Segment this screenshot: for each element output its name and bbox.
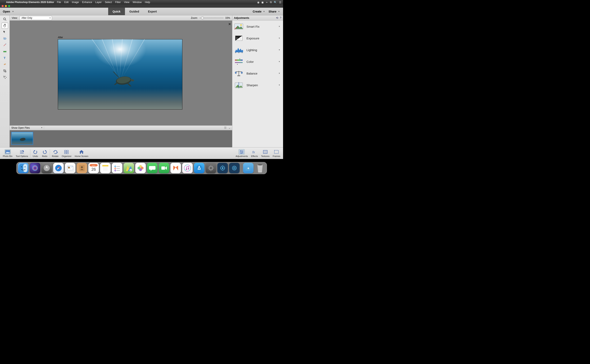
spot-healing-tool[interactable] (2, 61, 8, 67)
close-document-button[interactable]: ✕ (228, 22, 231, 26)
photobin-select[interactable]: Show Open Files (11, 126, 44, 129)
menu-file[interactable]: File (57, 1, 61, 4)
whiten-teeth-tool[interactable] (2, 42, 8, 48)
svg-rect-58 (263, 150, 267, 154)
bottombar-effects[interactable]: fx Effects (250, 148, 259, 159)
adjustment-balance[interactable]: Balance ▼ (232, 67, 283, 79)
maximize-button[interactable] (8, 5, 10, 7)
bottombar-tool-options[interactable]: Tool Options (14, 148, 30, 159)
svg-text:+: + (3, 37, 4, 38)
chevron-down-icon: ▼ (12, 11, 14, 13)
hand-tool[interactable] (2, 23, 8, 29)
dock-preferences-icon[interactable] (206, 163, 216, 173)
macos-dock: OCT26 ⬈ (0, 159, 283, 175)
dock-pse-organizer-icon[interactable] (217, 163, 228, 173)
quick-select-tool[interactable] (2, 29, 8, 35)
dock-pse-editor-icon[interactable] (229, 163, 240, 173)
svg-point-84 (115, 166, 116, 167)
eye-tool[interactable]: + (2, 36, 8, 42)
notification-icon[interactable]: ◼ (261, 1, 264, 4)
adjustment-exposure[interactable]: +− Exposure ▼ (232, 32, 283, 44)
menu-layer[interactable]: Layer (95, 1, 101, 4)
reset-icon[interactable]: ⟲ (276, 16, 278, 20)
bottombar-rotate[interactable]: Rotate (50, 148, 60, 159)
control-center-icon[interactable]: ☰ (279, 1, 281, 4)
dock-siri-icon[interactable] (30, 163, 40, 173)
svg-text:⬈: ⬈ (130, 169, 132, 171)
adjustment-sharpen[interactable]: Sharpen ▼ (232, 79, 283, 91)
bottombar-home-screen[interactable]: Home Screen (73, 148, 90, 159)
center-area: View: After Only Zoom: 33% ✕ After (10, 15, 232, 147)
crop-tool[interactable] (2, 68, 8, 74)
dock-contacts-icon[interactable] (77, 163, 87, 173)
menu-window[interactable]: Window (133, 1, 141, 4)
svg-rect-52 (240, 150, 241, 151)
chevron-down-icon: ▼ (263, 11, 265, 13)
open-dropdown[interactable]: Open ▼ (0, 10, 17, 13)
tab-guided[interactable]: Guided (125, 8, 144, 15)
dock-launchpad-icon[interactable] (41, 163, 52, 173)
adjustment-smart-fix[interactable]: Smart Fix ▼ (232, 21, 283, 32)
close-button[interactable] (2, 5, 4, 7)
photobin-thumbnail[interactable] (11, 132, 33, 145)
bottombar-undo[interactable]: Undo (31, 148, 40, 159)
minimize-button[interactable] (5, 5, 7, 7)
menu-help[interactable]: Help (145, 1, 150, 4)
zoom-tool[interactable] (2, 16, 8, 22)
list-view-icon[interactable]: ☷ (224, 126, 226, 129)
tool-options-icon (19, 149, 25, 155)
main-toolbar: Open ▼ Quick Guided Expert Create ▼ Shar… (0, 8, 283, 15)
bluetooth-icon[interactable]: ➣ (266, 1, 268, 4)
dock-trash-icon[interactable] (255, 163, 265, 173)
dock-news-icon[interactable] (171, 163, 181, 173)
adjustment-color[interactable]: Color ▼ (232, 56, 283, 67)
tab-expert[interactable]: Expert (144, 8, 161, 15)
zoom-slider[interactable] (199, 18, 224, 18)
bottombar-organizer[interactable]: Organizer (60, 148, 73, 159)
dock-downloads-icon[interactable] (243, 163, 253, 173)
bottombar-photo-bin[interactable]: Photo Bin (1, 148, 14, 159)
dock-photos-icon[interactable] (135, 163, 146, 173)
dock-itunes-icon[interactable] (182, 163, 193, 173)
dock-messages-icon[interactable] (147, 163, 158, 173)
menu-select[interactable]: Select (105, 1, 112, 4)
dock-mail-icon[interactable] (65, 163, 75, 173)
tab-quick[interactable]: Quick (108, 8, 125, 15)
type-tool[interactable]: T (2, 55, 8, 61)
dock-finder-icon[interactable] (18, 163, 28, 173)
bottombar-adjustments[interactable]: Adjustments (234, 148, 250, 159)
help-icon[interactable]: ? (280, 16, 281, 20)
collapse-icon[interactable]: ⌄ (228, 126, 231, 129)
adjustment-lighting[interactable]: Lighting ▼ (232, 44, 283, 56)
svg-marker-28 (237, 64, 238, 65)
displays-icon[interactable]: ⧉ (270, 1, 272, 4)
dock-safari-icon[interactable] (53, 163, 64, 173)
dock-reminders-icon[interactable] (112, 163, 122, 173)
share-dropdown[interactable]: Share ▼ (269, 10, 280, 13)
app-name[interactable]: Adobe Photoshop Elements 2020 Editor (6, 1, 54, 4)
svg-rect-47 (67, 152, 68, 154)
move-tool[interactable] (2, 74, 8, 80)
menu-view[interactable]: View (124, 1, 129, 4)
menu-edit[interactable]: Edit (64, 1, 69, 4)
document-canvas[interactable] (58, 39, 182, 110)
spotlight-icon[interactable]: 🔍 (274, 1, 277, 4)
menu-filter[interactable]: Filter (115, 1, 121, 4)
dock-calendar-icon[interactable]: OCT26 (88, 163, 99, 173)
create-dropdown[interactable]: Create ▼ (253, 10, 265, 13)
straighten-tool[interactable] (2, 48, 8, 55)
zoom-slider-thumb[interactable] (201, 17, 204, 20)
bottombar-textures[interactable]: Textures (259, 148, 271, 159)
bottombar-redo[interactable]: Redo (40, 148, 49, 159)
view-select[interactable]: After Only (20, 16, 52, 20)
redo-icon (42, 149, 48, 155)
dock-facetime-icon[interactable] (159, 163, 169, 173)
menu-image[interactable]: Image (72, 1, 79, 4)
dock-maps-icon[interactable]: ⬈ (124, 163, 134, 173)
bottombar-frames[interactable]: Frames (271, 148, 282, 159)
dock-notes-icon[interactable] (100, 163, 111, 173)
menu-enhance[interactable]: Enhance (82, 1, 92, 4)
dock-appstore-icon[interactable] (194, 163, 205, 173)
svg-marker-23 (239, 52, 239, 53)
creative-cloud-icon[interactable]: ◉ (257, 1, 259, 4)
